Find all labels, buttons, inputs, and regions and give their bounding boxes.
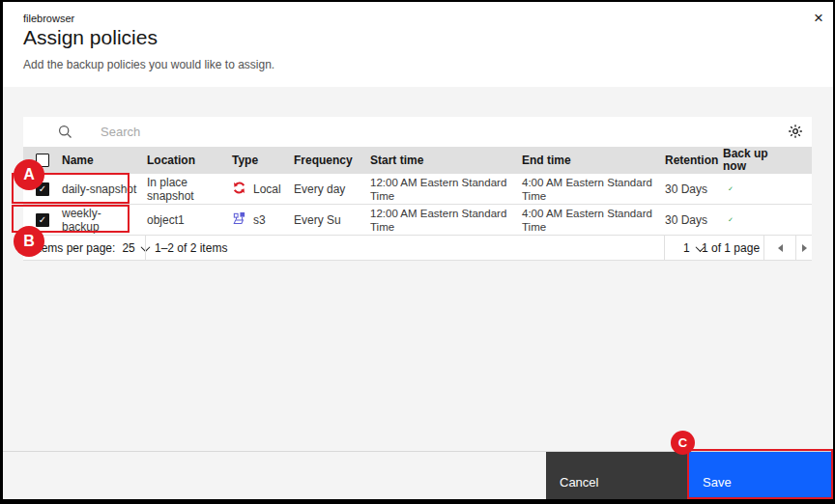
pagination-bar: Items per page: 25 1–2 of 2 items 1 1 of… <box>23 236 812 261</box>
items-per-page-label: Items per page: <box>35 241 115 255</box>
page-title: Assign policies <box>23 26 158 49</box>
column-header-frequency: Frequency <box>294 154 370 167</box>
policy-type: Local <box>232 181 294 198</box>
items-per-page-value: 25 <box>122 241 134 255</box>
policy-location: In place snapshot <box>147 176 232 203</box>
toggle-knob: ✓ <box>726 215 735 225</box>
items-per-page-control[interactable]: Items per page: 25 <box>35 236 149 261</box>
dialog-subtitle: Add the backup policies you would like t… <box>23 58 274 71</box>
sync-icon <box>232 181 246 198</box>
gear-icon[interactable] <box>787 124 804 141</box>
search-input[interactable] <box>101 117 642 147</box>
policy-backup-now-cell: ✓ <box>723 182 812 196</box>
policy-start-time: 12:00 AM Eastern Standard Time <box>370 207 522 234</box>
policy-end-time: 4:00 AM Eastern Standard Time <box>522 207 665 234</box>
policy-type-label: s3 <box>253 213 266 227</box>
policy-backup-now-cell: ✓ <box>723 213 812 227</box>
column-header-start-time: Start time <box>370 154 522 167</box>
page-select-value: 1 <box>683 241 690 255</box>
policy-name: daily-snapshot <box>62 182 147 196</box>
caret-left-icon <box>778 244 783 252</box>
policy-type: s3 <box>232 211 294 229</box>
policy-type-label: Local <box>253 182 281 196</box>
save-button[interactable]: Save <box>689 452 833 499</box>
table-header-row: Name Location Type Frequency Start time … <box>23 147 812 174</box>
column-header-type: Type <box>232 154 294 167</box>
page-select[interactable]: 1 <box>674 236 704 261</box>
policy-frequency: Every Su <box>294 213 370 227</box>
search-icon <box>58 125 72 143</box>
pagination-divider <box>664 236 665 261</box>
toggle-knob: ✓ <box>726 184 735 194</box>
close-icon[interactable]: × <box>806 6 831 31</box>
column-header-name: Name <box>62 154 147 167</box>
column-header-backup-now: Back up now <box>723 148 812 173</box>
table-row-weekly-backup: ✓ weekly-backup object1 s3 Every Su 12:0… <box>23 205 812 236</box>
caret-right-icon <box>802 244 807 252</box>
column-header-location: Location <box>147 154 232 167</box>
policy-retention: 30 Days <box>665 182 723 196</box>
select-all-checkbox[interactable] <box>36 154 49 167</box>
column-header-end-time: End time <box>522 154 665 167</box>
row-checkbox[interactable]: ✓ <box>36 213 49 227</box>
policies-table: Name Location Type Frequency Start time … <box>23 117 812 261</box>
pagination-divider <box>145 236 146 261</box>
cancel-button[interactable]: Cancel <box>546 452 689 499</box>
policy-frequency: Every day <box>294 182 370 196</box>
table-toolbar <box>23 117 812 147</box>
app-label: filebrowser <box>23 13 74 24</box>
row-checkbox[interactable]: ✓ <box>36 182 49 196</box>
screenshot-frame: filebrowser Assign policies Add the back… <box>0 0 835 504</box>
policy-end-time: 4:00 AM Eastern Standard Time <box>522 176 665 203</box>
policy-location: object1 <box>147 213 232 227</box>
policy-start-time: 12:00 AM Eastern Standard Time <box>370 176 522 203</box>
s3-icon <box>232 211 246 229</box>
column-header-retention: Retention <box>665 154 723 167</box>
page-of-text: 1 of 1 page <box>702 241 760 255</box>
policy-retention: 30 Days <box>665 213 723 227</box>
previous-page-button[interactable] <box>764 236 795 261</box>
items-range-text: 1–2 of 2 items <box>155 241 227 255</box>
policy-name: weekly-backup <box>62 207 147 234</box>
table-row-daily-snapshot: ✓ daily-snapshot In place snapshot Local… <box>23 174 812 205</box>
next-page-button[interactable] <box>796 236 812 261</box>
